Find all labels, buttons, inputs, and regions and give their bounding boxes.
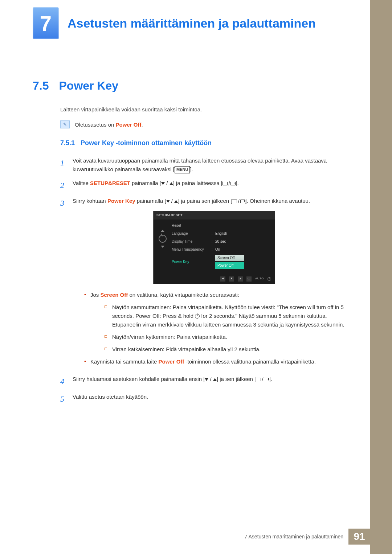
sub-bullet-text: Näytön/virran kytkeminen: Paina virtapai… [112,333,227,341]
step-text: Siirry kohtaan [73,198,107,204]
step-body: Siirry haluamasi asetuksen kohdalle pain… [73,375,356,387]
step-4: 4 Siirry haluamasi asetuksen kohdalle pa… [60,375,356,387]
page-content: 7.5 Power Key Laitteen virtapainikkeella… [0,54,392,405]
step-text: ]. Oheinen ikkuna avautuu. [245,198,310,204]
osd-selected-value: Screen Off [215,255,244,261]
step-number: 1 [60,156,67,174]
osd-down-icon: ▼ [229,276,234,282]
emphasis: Screen Off [100,292,128,298]
step-body: Valittu asetus otetaan käyttöön. [73,393,356,405]
step-text: ] ja paina laitteessa [ [173,180,223,186]
step-2: 2 Valitse SETUP&RESET painamalla [ / ] j… [60,179,356,192]
side-stripe [370,0,392,554]
down-arrow-icon [205,378,208,381]
step-body: Valitse SETUP&RESET painamalla [ / ] ja … [73,179,356,192]
emphasis: Power Key [107,198,135,204]
text: on valittuna, käytä virtapainiketta seur… [128,292,239,298]
osd-row-language: Language : English [172,230,271,238]
page-number: 91 [348,529,370,545]
step-1: 1 Voit avata kuvaruutuoppaan painamalla … [60,156,356,174]
square-bullet-icon [105,348,107,350]
step-5: 5 Valittu asetus otetaan käyttöön. [60,393,356,405]
osd-left-icons [154,219,172,274]
text: Käynnistä tai sammuta laite [90,358,159,365]
step-text: ]. [269,376,272,382]
emphasis: Power Off [159,358,184,365]
osd-label: Reset [172,223,212,229]
osd-option: Power Off [215,262,244,269]
text: -toiminnon ollessa valittuna painamalla … [184,358,316,365]
osd-row-reset: Reset [172,222,271,230]
down-arrow-icon [166,200,170,203]
down-arrow-icon [161,182,165,185]
osd-value: English [215,231,227,237]
osd-up-icon: ▲ [238,276,243,282]
note-suffix: . [141,122,143,128]
osd-title: SETUP&RESET [154,211,275,219]
steps-list: 1 Voit avata kuvaruutuoppaan painamalla … [60,156,356,405]
up-arrow-icon [174,200,178,203]
power-icon [268,277,271,281]
down-arrow-icon [161,246,164,248]
step-text: painamalla [ [130,180,161,186]
osd-enter-icon: ▭ [246,276,252,282]
bullet-item: • Jos Screen Off on valittuna, käytä vir… [84,291,356,299]
source-enter-icon: / [256,375,269,384]
step-text: Valitse [73,180,90,186]
osd-label: Display Time [172,239,212,245]
note-prefix: Oletusasetus on [75,122,116,128]
dial-icon [159,235,167,243]
note-row: ✎ Oletusasetus on Power Off. [60,120,356,128]
text: Jos [90,292,101,298]
step-text: painamalla [ [135,198,166,204]
osd-rows: Reset Language : English Display Time : … [172,219,275,274]
osd-value: On [215,247,220,253]
chapter-title: Asetusten määrittäminen ja palauttaminen [68,16,316,30]
source-enter-icon: / [222,179,236,188]
osd-row-display-time: Display Time : 20 sec [172,238,271,246]
osd-left-icon: ◄ [220,276,225,282]
bullet-icon: • [84,357,86,366]
step-text: ] ja paina sen jälkeen [ [178,198,232,204]
osd-body: Reset Language : English Display Time : … [154,219,275,274]
sub-bullet-item: Virran katkaiseminen: Pidä virtapainike … [105,345,356,354]
step-number: 3 [60,197,67,369]
osd-colon: : [212,247,215,253]
osd-auto-label: AUTO [255,276,264,281]
footer-text: 7 Asetusten määrittäminen ja palauttamin… [245,534,343,539]
up-arrow-icon [170,182,173,185]
subsection-title: Power Key -toiminnon ottaminen käyttöön [81,139,212,147]
step-text: ]. [236,180,238,186]
sub-bullet-text: Näytön sammuttaminen: Paina virtapainike… [112,303,356,329]
step-number: 5 [60,393,67,405]
subsection-heading: 7.5.1 Power Key -toiminnon ottaminen käy… [60,139,356,147]
osd-label: Power Key [172,259,212,265]
power-icon [195,314,200,319]
square-bullet-icon [105,305,107,308]
osd-label: Language [172,231,212,237]
sub-bullet-item: Näytön/virran kytkeminen: Paina virtapai… [105,333,356,341]
sub-bullet-item: Näytön sammuttaminen: Paina virtapainike… [105,303,356,329]
step-text: Siirry haluamasi asetuksen kohdalle pain… [73,376,205,382]
osd-colon: : [212,239,215,245]
osd-colon: : [212,259,215,265]
note-highlight: Power Off [116,122,142,128]
emphasis: SETUP&RESET [90,180,130,186]
up-arrow-icon [213,378,217,381]
up-arrow-icon [161,230,164,232]
osd-row-transparency: Menu Transparency : On [172,246,271,254]
sub-bullet-list: Näytön sammuttaminen: Paina virtapainike… [105,303,356,354]
osd-menu-screenshot: SETUP&RESET Reset Language [153,211,275,284]
bullet-text: Jos Screen Off on valittuna, käytä virta… [90,291,239,299]
step-body: Siirry kohtaan Power Key painamalla [ / … [73,197,356,369]
chapter-header: 7 Asetusten määrittäminen ja palauttamin… [0,0,392,54]
intro-paragraph: Laitteen virtapainikkeella voidaan suori… [60,106,356,112]
step-number: 4 [60,375,67,387]
page-footer: 7 Asetusten määrittäminen ja palauttamin… [245,529,370,545]
step-text: Voit avata kuvaruutuoppaan painamalla mi… [73,157,327,172]
osd-colon: : [212,231,215,237]
subsection-number: 7.5.1 [60,139,75,147]
square-bullet-icon [105,335,107,338]
bullet-list: • Jos Screen Off on valittuna, käytä vir… [84,291,356,366]
osd-value: 20 sec [215,239,226,245]
